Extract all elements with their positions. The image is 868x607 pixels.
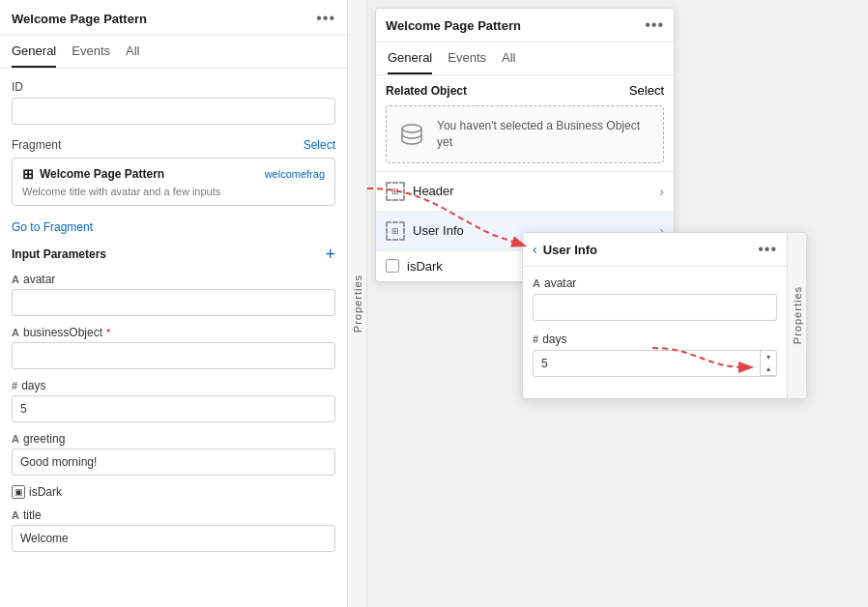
param-avatar-input[interactable]: [12, 289, 335, 316]
param-greeting-label: A greeting: [12, 432, 335, 446]
add-param-button[interactable]: +: [325, 246, 335, 263]
fragment-card-name: ⊞ Welcome Page Pattern: [22, 166, 164, 182]
ui-param-avatar-label: A avatar: [533, 276, 777, 290]
param-avatar: A avatar: [12, 273, 335, 316]
user-info-component-name: User Info: [413, 223, 464, 238]
user-info-panel-body: A avatar # days 5: [523, 267, 787, 398]
left-panel: Welcome Page Pattern ••• General Events …: [0, 0, 348, 607]
tab-general[interactable]: General: [12, 36, 56, 68]
param-days-label: # days: [12, 379, 335, 392]
param-title: A title: [12, 508, 335, 552]
related-object-label: Related Object: [386, 84, 467, 98]
param-greeting-input[interactable]: [12, 448, 335, 476]
param-avatar-type: A: [12, 274, 19, 285]
input-params-header: Input Parameters +: [12, 246, 335, 263]
ui-param-avatar: A avatar: [533, 276, 777, 321]
left-panel-more-icon[interactable]: •••: [316, 10, 335, 27]
database-icon: [396, 119, 427, 150]
ui-param-days-type: #: [533, 333, 538, 345]
param-isDark-type: ▣: [12, 485, 25, 499]
fragment-card-icon: ⊞: [22, 166, 34, 182]
user-info-panel-header: ‹ User Info •••: [523, 233, 787, 267]
param-title-label: A title: [12, 508, 335, 522]
param-days: # days: [12, 379, 335, 422]
header-component-row[interactable]: ⊞ Header ›: [376, 172, 674, 212]
related-object-section: Related Object Select You haven't select…: [376, 75, 674, 172]
left-properties-label: Properties: [352, 275, 363, 332]
is-dark-label: isDark: [407, 259, 443, 274]
middle-panel-header: Welcome Page Pattern •••: [376, 9, 674, 43]
param-days-input[interactable]: [12, 395, 335, 422]
ui-param-days-value: 5: [534, 357, 760, 370]
tab-all[interactable]: All: [126, 36, 139, 68]
middle-tab-all[interactable]: All: [502, 43, 515, 74]
header-component-icon: ⊞: [386, 182, 405, 201]
ui-param-days-label: # days: [533, 332, 777, 346]
fragment-field-group: Fragment Select ⊞ Welcome Page Pattern w…: [12, 138, 335, 206]
header-component-name: Header: [413, 184, 454, 198]
input-params-title: Input Parameters: [12, 247, 106, 261]
param-businessObject-type: A: [12, 327, 19, 338]
ui-param-avatar-input[interactable]: [533, 294, 777, 321]
middle-tab-general[interactable]: General: [388, 43, 432, 74]
middle-panel-tabs: General Events All: [376, 43, 674, 75]
related-object-header: Related Object Select: [386, 83, 664, 98]
is-dark-checkbox[interactable]: [386, 259, 399, 273]
fragment-desc: Welcome title with avatar and a few inpu…: [22, 186, 325, 197]
middle-panel-title: Welcome Page Pattern: [386, 18, 521, 33]
middle-area: Welcome Page Pattern ••• General Events …: [367, 0, 868, 607]
fragment-select-link[interactable]: Select: [304, 138, 335, 152]
left-panel-tabs: General Events All: [0, 36, 347, 69]
param-isDark: ▣ isDark: [12, 485, 335, 499]
ui-param-days-select[interactable]: 5 ▾ ▴: [533, 350, 777, 377]
right-properties-tab[interactable]: Properties: [787, 233, 806, 398]
id-field-group: ID: [12, 80, 335, 125]
param-businessObject-label: A businessObject *: [12, 326, 335, 339]
left-panel-body: ID Fragment Select ⊞ Welcome Page Patter…: [0, 69, 347, 607]
user-info-panel-title: User Info: [543, 243, 597, 257]
param-title-input[interactable]: [12, 525, 335, 552]
svg-point-0: [402, 125, 421, 132]
param-businessObject-required: *: [106, 327, 110, 338]
param-businessObject-input[interactable]: [12, 342, 335, 369]
user-info-component-left: ⊞ User Info: [386, 221, 464, 241]
header-component-left: ⊞ Header: [386, 182, 454, 201]
ui-param-days: # days 5 ▾ ▴: [533, 332, 777, 377]
related-object-select-link[interactable]: Select: [629, 83, 664, 98]
left-panel-title: Welcome Page Pattern: [12, 12, 147, 26]
param-avatar-label: A avatar: [12, 273, 335, 286]
fragment-card: ⊞ Welcome Page Pattern welcomefrag Welco…: [12, 158, 335, 206]
user-info-title-area: ‹ User Info: [533, 242, 597, 257]
left-panel-header: Welcome Page Pattern •••: [0, 0, 347, 36]
select-arrows: ▾ ▴: [760, 351, 776, 376]
param-isDark-label: ▣ isDark: [12, 485, 335, 499]
left-properties-tab[interactable]: Properties: [348, 0, 367, 607]
related-object-card: You haven't selected a Business Object y…: [386, 105, 664, 163]
user-info-panel: ‹ User Info ••• A avatar: [522, 232, 807, 399]
param-businessObject: A businessObject *: [12, 326, 335, 369]
ui-param-avatar-type: A: [533, 277, 540, 289]
fragment-label-row: Fragment Select: [12, 138, 335, 152]
param-greeting-type: A: [12, 433, 19, 445]
id-input[interactable]: [12, 98, 335, 125]
not-selected-text: You haven't selected a Business Object y…: [437, 118, 653, 151]
user-info-component-icon: ⊞: [386, 221, 405, 241]
goto-fragment-link[interactable]: Go to Fragment: [12, 220, 93, 234]
fragment-card-header: ⊞ Welcome Page Pattern welcomefrag: [22, 166, 325, 182]
tab-events[interactable]: Events: [72, 36, 110, 68]
middle-tab-events[interactable]: Events: [448, 43, 486, 74]
right-properties-label: Properties: [792, 286, 803, 344]
user-info-more-icon[interactable]: •••: [758, 241, 777, 258]
param-greeting: A greeting: [12, 432, 335, 476]
middle-panel-more-icon[interactable]: •••: [645, 16, 664, 34]
param-title-type: A: [12, 509, 19, 521]
id-label: ID: [12, 80, 335, 94]
user-info-back-button[interactable]: ‹: [533, 242, 537, 257]
select-down-arrow[interactable]: ▾: [761, 351, 776, 363]
fragment-link[interactable]: welcomefrag: [265, 168, 325, 180]
select-up-arrow[interactable]: ▴: [761, 363, 776, 377]
param-days-type: #: [12, 380, 17, 391]
header-chevron-icon: ›: [659, 184, 664, 199]
